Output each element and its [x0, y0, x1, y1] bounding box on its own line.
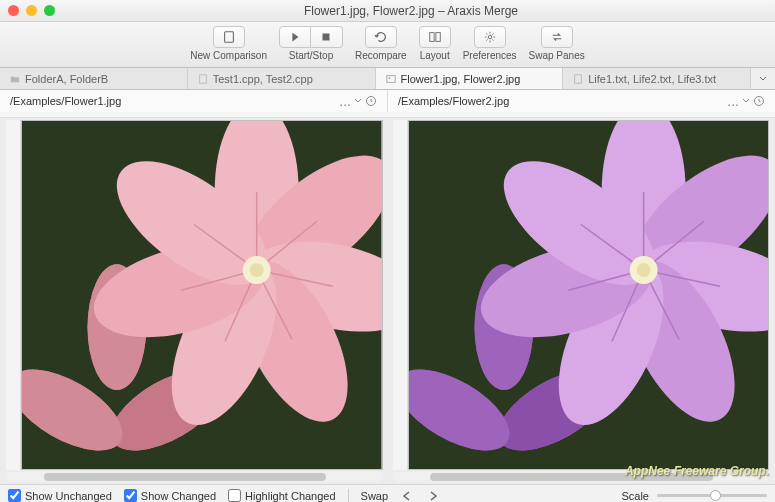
svg-rect-6	[386, 75, 394, 82]
tab-cpp[interactable]: Test1.cpp, Test2.cpp	[188, 68, 376, 89]
right-image[interactable]	[408, 120, 770, 470]
minimize-window-button[interactable]	[26, 5, 37, 16]
tabs-overflow-button[interactable]	[751, 68, 775, 89]
preferences-label: Preferences	[463, 50, 517, 61]
swap-left-icon[interactable]	[400, 490, 414, 502]
swap-icon	[550, 30, 564, 44]
layout-label: Layout	[420, 50, 450, 61]
image-icon	[386, 74, 396, 84]
footer: Show Unchanged Show Changed Highlight Ch…	[0, 484, 775, 502]
svg-rect-1	[323, 34, 330, 41]
maximize-window-button[interactable]	[44, 5, 55, 16]
preferences-button[interactable]	[474, 26, 506, 48]
stop-button[interactable]	[311, 26, 343, 48]
svg-rect-2	[429, 33, 433, 42]
titlebar: Flower1.jpg, Flower2.jpg – Araxis Merge	[0, 0, 775, 22]
right-vscroll[interactable]	[393, 120, 408, 470]
svg-rect-8	[575, 74, 582, 82]
play-icon	[288, 30, 302, 44]
new-comparison-button[interactable]	[213, 26, 245, 48]
recompare-button[interactable]	[365, 26, 397, 48]
new-comparison-label: New Comparison	[190, 50, 267, 61]
right-pane	[393, 120, 770, 470]
left-path[interactable]: /Examples/Flower1.jpg	[10, 95, 333, 107]
svg-point-33	[250, 263, 264, 277]
highlight-changed-label: Highlight Changed	[245, 490, 336, 502]
left-path-menu[interactable]: ...	[339, 93, 351, 109]
slider-thumb[interactable]	[710, 490, 721, 501]
show-changed-label: Show Changed	[141, 490, 216, 502]
stop-icon	[319, 30, 333, 44]
close-window-button[interactable]	[8, 5, 19, 16]
chevron-down-icon	[759, 75, 767, 83]
left-image[interactable]	[21, 120, 383, 470]
tab-bar: FolderA, FolderB Test1.cpp, Test2.cpp Fl…	[0, 68, 775, 90]
right-path-menu[interactable]: ...	[727, 93, 739, 109]
path-bar: /Examples/Flower1.jpg ... /Examples/Flow…	[0, 90, 775, 112]
show-changed-input[interactable]	[124, 489, 137, 502]
show-changed-checkbox[interactable]: Show Changed	[124, 489, 216, 502]
left-hscroll[interactable]	[6, 472, 383, 482]
start-stop-label: Start/Stop	[289, 50, 333, 61]
tab-folders[interactable]: FolderA, FolderB	[0, 68, 188, 89]
window-title: Flower1.jpg, Flower2.jpg – Araxis Merge	[55, 4, 767, 18]
chevron-down-icon[interactable]	[354, 97, 362, 105]
scale-slider[interactable]	[657, 494, 767, 497]
show-unchanged-input[interactable]	[8, 489, 21, 502]
swap-panes-button[interactable]	[541, 26, 573, 48]
swap-panes-label: Swap Panes	[529, 50, 585, 61]
gear-icon	[483, 30, 497, 44]
refresh-icon	[374, 30, 388, 44]
toolbar: New Comparison Start/Stop Recompare Layo…	[0, 22, 775, 68]
chevron-down-icon[interactable]	[742, 97, 750, 105]
highlight-changed-checkbox[interactable]: Highlight Changed	[228, 489, 336, 502]
compare-content	[0, 118, 775, 470]
svg-rect-5	[199, 74, 206, 82]
file-icon	[573, 74, 583, 84]
tab-label: Life1.txt, Life2.txt, Life3.txt	[588, 73, 716, 85]
traffic-lights	[8, 5, 55, 16]
tab-images[interactable]: Flower1.jpg, Flower2.jpg	[376, 68, 564, 89]
flower-image-purple	[409, 121, 769, 469]
show-unchanged-checkbox[interactable]: Show Unchanged	[8, 489, 112, 502]
svg-rect-3	[436, 33, 440, 42]
history-icon[interactable]	[365, 95, 377, 107]
svg-point-56	[636, 263, 650, 277]
layout-button[interactable]	[419, 26, 451, 48]
watermark: AppNee Freeware Group.	[625, 464, 769, 478]
folder-icon	[10, 74, 20, 84]
highlight-changed-input[interactable]	[228, 489, 241, 502]
tab-txt[interactable]: Life1.txt, Life2.txt, Life3.txt	[563, 68, 751, 89]
flower-image-pink	[22, 121, 382, 469]
left-vscroll[interactable]	[6, 120, 21, 470]
svg-point-4	[488, 35, 492, 39]
start-button[interactable]	[279, 26, 311, 48]
separator	[348, 489, 349, 503]
recompare-label: Recompare	[355, 50, 407, 61]
tab-label: Flower1.jpg, Flower2.jpg	[401, 73, 521, 85]
swap-label: Swap	[361, 490, 389, 502]
svg-rect-0	[224, 32, 233, 43]
tab-label: FolderA, FolderB	[25, 73, 108, 85]
scale-label: Scale	[621, 490, 649, 502]
history-icon[interactable]	[753, 95, 765, 107]
file-icon	[198, 74, 208, 84]
svg-point-7	[388, 77, 390, 79]
tab-label: Test1.cpp, Test2.cpp	[213, 73, 313, 85]
swap-right-icon[interactable]	[426, 490, 440, 502]
right-path[interactable]: /Examples/Flower2.jpg	[398, 95, 721, 107]
document-icon	[222, 30, 236, 44]
layout-icon	[428, 30, 442, 44]
show-unchanged-label: Show Unchanged	[25, 490, 112, 502]
left-pane	[6, 120, 383, 470]
